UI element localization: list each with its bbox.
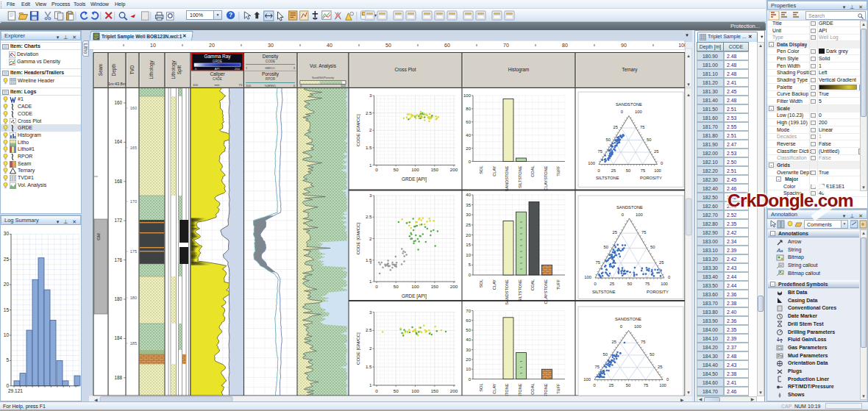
- svg-text:SILTSTONE: SILTSTONE: [592, 290, 616, 294]
- svg-text:0: 0: [621, 110, 623, 114]
- svg-text:25: 25: [609, 383, 613, 387]
- svg-text:176: 176: [114, 257, 122, 262]
- svg-text:75: 75: [640, 125, 644, 129]
- svg-text:2.5: 2.5: [366, 214, 372, 219]
- svg-text:188: 188: [114, 375, 122, 380]
- svg-text:CLAY: CLAY: [492, 383, 497, 393]
- svg-text:100: 100: [246, 84, 252, 87]
- svg-text:100: 100: [341, 84, 346, 87]
- svg-text:SILTSTONE: SILTSTONE: [518, 279, 522, 302]
- svg-text:15: 15: [4, 307, 10, 312]
- svg-text:70: 70: [503, 43, 509, 48]
- svg-text:1: 1: [369, 382, 372, 387]
- svg-text:Density: Density: [263, 54, 279, 60]
- svg-text:API: API: [215, 67, 220, 71]
- svg-text:Lithology: Lithology: [149, 60, 154, 79]
- svg-text:TUFF: TUFF: [556, 383, 561, 394]
- svg-text:75: 75: [596, 260, 600, 265]
- svg-text:CODE [GM/CC]: CODE [GM/CC]: [355, 222, 360, 254]
- svg-text:30: 30: [268, 43, 274, 48]
- svg-text:0: 0: [593, 383, 595, 387]
- svg-text:164: 164: [114, 139, 122, 144]
- svg-text:29.121: 29.121: [8, 388, 23, 393]
- svg-text:170: 170: [130, 199, 137, 204]
- svg-text:SANDSTONE: SANDSTONE: [616, 205, 643, 210]
- svg-text:CODE: CODE: [266, 60, 275, 63]
- svg-text:172: 172: [114, 218, 122, 223]
- svg-text:1.5: 1.5: [366, 145, 372, 150]
- svg-text:COAL: COAL: [530, 166, 535, 177]
- svg-text:50: 50: [650, 352, 654, 357]
- svg-text:40: 40: [466, 193, 471, 197]
- svg-text:25: 25: [613, 230, 617, 235]
- svg-text:GRDE [API]: GRDE [API]: [402, 293, 427, 299]
- svg-text:35: 35: [466, 203, 471, 207]
- svg-text:SANDSTONE: SANDSTONE: [615, 317, 641, 321]
- svg-text:2.5: 2.5: [366, 327, 372, 332]
- svg-text:70: 70: [466, 309, 471, 313]
- svg-text:180: 180: [130, 296, 137, 300]
- svg-text:50: 50: [606, 137, 611, 142]
- svg-text:Histogram: Histogram: [508, 67, 530, 73]
- svg-text:20: 20: [466, 357, 471, 362]
- svg-text:0: 0: [620, 324, 622, 329]
- svg-text:10: 10: [4, 332, 10, 337]
- svg-text:20: 20: [466, 233, 471, 237]
- svg-text:1: 1: [369, 162, 372, 168]
- svg-text:SANDSTONE: SANDSTONE: [505, 165, 509, 191]
- svg-text:Ternary: Ternary: [622, 67, 638, 73]
- svg-text:0: 0: [375, 284, 378, 289]
- svg-text:150: 150: [431, 284, 439, 289]
- svg-text:Caliper: Caliper: [210, 71, 225, 77]
- svg-text:75: 75: [238, 83, 242, 87]
- svg-text:CODE [GM/CC]: CODE [GM/CC]: [355, 332, 360, 365]
- svg-text:1m:43.8m: 1m:43.8m: [108, 82, 126, 86]
- svg-text:184: 184: [114, 335, 122, 340]
- svg-text:50: 50: [626, 383, 630, 387]
- svg-text:TVD: TVD: [129, 65, 135, 74]
- svg-text:60: 60: [466, 318, 471, 323]
- svg-text:40: 40: [327, 43, 332, 48]
- svg-text:25: 25: [610, 282, 614, 286]
- svg-text:75: 75: [644, 383, 648, 387]
- svg-text:100: 100: [635, 110, 642, 114]
- svg-text:SOL: SOL: [479, 166, 483, 174]
- svg-text:▼: ▼: [686, 390, 691, 395]
- svg-text:185: 185: [130, 341, 137, 346]
- svg-text:100: 100: [634, 324, 641, 329]
- svg-text:CODE [GM/CC]: CODE [GM/CC]: [355, 114, 360, 146]
- svg-text:CLAY: CLAY: [492, 165, 497, 176]
- svg-text:200: 200: [450, 388, 458, 393]
- svg-text:15: 15: [466, 243, 471, 247]
- svg-text:Cross Plot: Cross Plot: [394, 67, 416, 72]
- svg-text:Pm: Pm: [778, 354, 783, 358]
- svg-text:3: 3: [369, 310, 372, 315]
- svg-text:2: 2: [369, 127, 372, 132]
- svg-text:75: 75: [598, 149, 602, 154]
- svg-text:75: 75: [641, 340, 645, 344]
- svg-text:168: 168: [114, 179, 122, 184]
- svg-text:TUFF: TUFF: [556, 279, 561, 290]
- svg-text:25: 25: [4, 257, 10, 262]
- svg-text:COAL: COAL: [530, 279, 535, 290]
- svg-text:50: 50: [394, 284, 399, 289]
- svg-text:2.5: 2.5: [366, 110, 372, 115]
- svg-text:mm: mm: [215, 83, 220, 87]
- svg-text:SOL: SOL: [479, 279, 483, 287]
- svg-text:25: 25: [659, 260, 664, 265]
- svg-text:%(ENV): %(ENV): [264, 84, 276, 87]
- svg-text:GM: GM: [96, 233, 101, 240]
- svg-text:60: 60: [444, 43, 450, 48]
- svg-text:10: 10: [466, 367, 471, 371]
- svg-text:GRDE: GRDE: [213, 60, 222, 63]
- svg-text:Porosity: Porosity: [262, 71, 280, 77]
- svg-text:100: 100: [661, 282, 668, 286]
- svg-text:80: 80: [466, 107, 471, 111]
- svg-text:50: 50: [394, 167, 399, 172]
- svg-text:100: 100: [584, 275, 591, 279]
- svg-text:75: 75: [645, 282, 650, 286]
- svg-text:CLAY: CLAY: [492, 279, 497, 290]
- svg-text:80: 80: [562, 43, 568, 48]
- svg-text:75: 75: [641, 168, 645, 173]
- svg-text:10: 10: [150, 43, 156, 48]
